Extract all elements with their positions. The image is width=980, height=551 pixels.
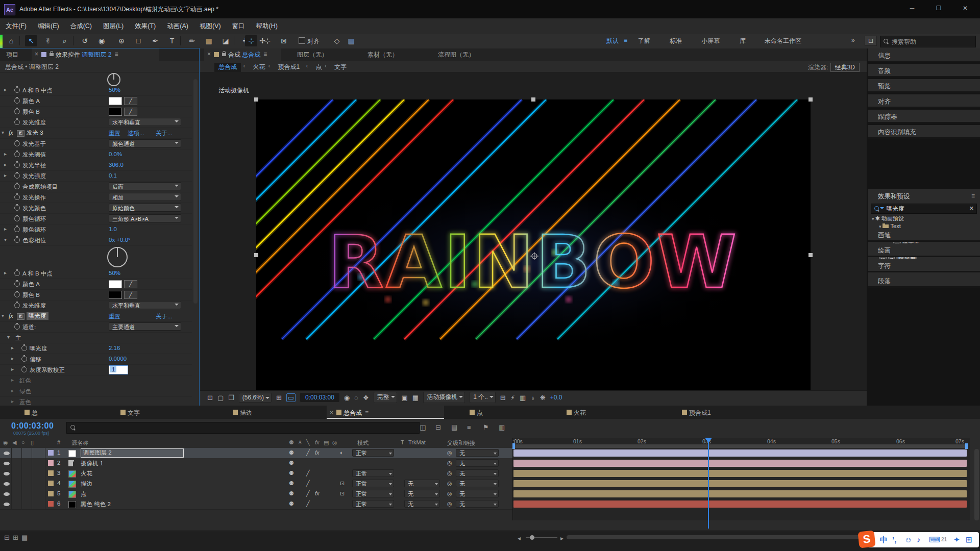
stopwatch-icon[interactable] bbox=[14, 152, 20, 157]
stopwatch-icon[interactable] bbox=[14, 87, 20, 93]
property-value[interactable]: 0.1 bbox=[109, 172, 117, 179]
menu-7[interactable]: 窗口 bbox=[227, 18, 251, 31]
selection-tool[interactable]: ↖ bbox=[25, 35, 37, 46]
eyedropper-icon[interactable]: ╱ bbox=[124, 291, 137, 299]
pan-behind-tool[interactable]: ⊕ bbox=[115, 35, 128, 46]
eye-icon[interactable] bbox=[4, 503, 10, 506]
zoom-tool[interactable]: ⌕ bbox=[59, 35, 71, 46]
parent-select[interactable]: 无 bbox=[456, 449, 499, 457]
twirl-icon[interactable]: ▸ bbox=[4, 172, 7, 178]
color-swatch[interactable] bbox=[109, 108, 122, 116]
eyedropper-icon[interactable]: ╱ bbox=[124, 280, 137, 288]
panel-strip-跟踪器[interactable]: 跟踪器 bbox=[868, 110, 980, 123]
trkmat-select[interactable]: 无 bbox=[404, 490, 440, 497]
magnification-select[interactable]: (56.6%) bbox=[239, 393, 272, 403]
clone-stamp-tool[interactable]: ▦ bbox=[203, 35, 215, 46]
shy-icon[interactable]: ⚉ bbox=[289, 470, 294, 477]
twirl-icon[interactable]: ▸ bbox=[11, 377, 14, 383]
shy-icon[interactable]: ⚉ bbox=[289, 449, 294, 456]
panel-strip-预览[interactable]: 预览 bbox=[868, 79, 980, 93]
layer-row-调整图层 2[interactable]: 1调整图层 2⚉╱fx◐正常◎无 bbox=[0, 448, 512, 459]
motion-blur-icon[interactable]: ⚑ bbox=[483, 423, 489, 431]
breadcrumb[interactable]: 总合成 • 调整图层 2 bbox=[5, 63, 59, 71]
workspace-3[interactable]: 小屏幕 bbox=[701, 37, 720, 45]
workspace-menu-icon[interactable]: ≡ bbox=[624, 37, 627, 44]
layer-duration-bar[interactable] bbox=[513, 490, 967, 497]
timeline-vertical-scrollbar[interactable] bbox=[974, 449, 979, 520]
blend-mode-select[interactable]: 正常 bbox=[352, 480, 394, 487]
frame-blend-icon[interactable]: ≡ bbox=[467, 423, 471, 431]
timeline-search-box[interactable] bbox=[66, 422, 420, 434]
chinese-mode-icon[interactable]: 中 bbox=[880, 535, 888, 545]
menu-grid-icon[interactable]: ⊞ bbox=[966, 535, 972, 544]
snap-checkbox[interactable] bbox=[299, 37, 305, 44]
fast-preview-icon[interactable]: ⚡ bbox=[510, 394, 515, 402]
menu-6[interactable]: 视图(V) bbox=[194, 18, 227, 31]
property-dropdown[interactable]: 水平和垂直 bbox=[109, 118, 181, 126]
stopwatch-icon[interactable] bbox=[14, 205, 20, 211]
layer-name[interactable]: 调整图层 2 bbox=[81, 448, 184, 458]
twirl-icon[interactable]: ▸ bbox=[11, 366, 14, 372]
panel-menu-icon[interactable]: ≡ bbox=[971, 192, 975, 199]
shy-icon[interactable]: ⚉ bbox=[289, 480, 294, 487]
twirl-icon[interactable]: ▸ bbox=[4, 226, 7, 232]
twirl-icon[interactable]: ▾ bbox=[2, 313, 4, 318]
color-management-icon[interactable]: ❖ bbox=[363, 394, 369, 402]
stopwatch-icon[interactable] bbox=[14, 270, 20, 276]
layer-row-描边[interactable]: 4描边⚉╱⊡正常无◎无 bbox=[0, 479, 512, 489]
composition-canvas[interactable]: RAINBOWRAINBOW bbox=[256, 99, 811, 390]
quality-icon[interactable]: ╱ bbox=[306, 480, 310, 487]
property-dropdown[interactable]: 主要通道 bbox=[109, 322, 181, 331]
stopwatch-icon[interactable] bbox=[14, 184, 20, 189]
menu-4[interactable]: 效果(T) bbox=[129, 18, 161, 31]
eye-icon[interactable] bbox=[4, 472, 10, 475]
panel-strip-段落[interactable]: 段落 bbox=[868, 274, 980, 288]
local-axis-icon[interactable]: ⊹ bbox=[245, 35, 257, 46]
timeline-zoom-out-icon[interactable]: ◂ bbox=[518, 535, 521, 542]
column-parent[interactable]: 父级和链接 bbox=[447, 439, 475, 447]
shy-icon[interactable]: ⚉ bbox=[289, 490, 294, 497]
property-value[interactable]: 0.0000 bbox=[109, 356, 127, 362]
view-select[interactable]: 活动摄像机 bbox=[423, 392, 465, 403]
blend-mode-select[interactable]: 正常 bbox=[352, 469, 394, 477]
label-color-icon[interactable] bbox=[48, 450, 54, 456]
playhead-handle[interactable] bbox=[705, 438, 712, 443]
renderer-value[interactable]: 经典3D bbox=[830, 63, 860, 72]
label-color-icon[interactable] bbox=[48, 491, 54, 496]
parent-pickwhip-icon[interactable]: ◎ bbox=[447, 470, 452, 477]
stopwatch-icon[interactable] bbox=[14, 216, 20, 221]
work-area-end-handle[interactable] bbox=[965, 443, 968, 449]
close-tab-icon[interactable]: × bbox=[32, 48, 39, 58]
view-axis-icon[interactable]: ⊠ bbox=[278, 35, 290, 46]
tab-footage[interactable]: 素材（无） bbox=[368, 51, 398, 59]
parent-pickwhip-icon[interactable]: ◎ bbox=[447, 490, 452, 497]
panel-strip-字符[interactable]: 字符 bbox=[868, 259, 980, 272]
angle-dial[interactable] bbox=[107, 247, 128, 267]
color-swatch[interactable] bbox=[109, 97, 122, 105]
emoji-icon[interactable]: ☺ bbox=[904, 535, 912, 544]
tab-project[interactable]: 项目 bbox=[6, 51, 18, 59]
panel-strip-绘画[interactable]: 绘画 bbox=[868, 243, 980, 257]
help-search-box[interactable]: 搜索帮助 bbox=[880, 36, 976, 47]
shy-icon[interactable]: ⚉ bbox=[289, 500, 294, 507]
rotation-tool[interactable]: ↺ bbox=[79, 35, 91, 46]
layer-duration-bar[interactable] bbox=[513, 449, 967, 457]
layer-handle[interactable] bbox=[254, 97, 258, 102]
property-value[interactable]: 0.0% bbox=[109, 151, 122, 157]
safe-zones-icon[interactable]: ⊞ bbox=[276, 394, 282, 402]
close-tab-icon[interactable]: × bbox=[204, 48, 212, 58]
close-tab-icon[interactable]: × bbox=[327, 407, 334, 416]
property-dropdown[interactable]: 三角形 A>B>A bbox=[109, 214, 181, 222]
menu-0[interactable]: 文件(F) bbox=[0, 18, 32, 31]
workspace-5[interactable]: 未命名工作区 bbox=[765, 37, 801, 45]
layer-handle[interactable] bbox=[254, 253, 258, 257]
effects-search-box[interactable]: 曝光度 ✕ bbox=[871, 204, 977, 214]
shy-icon[interactable]: ⚉ bbox=[289, 460, 294, 466]
menu-3[interactable]: 图层(L) bbox=[97, 18, 129, 31]
effect-link-2[interactable]: 关于... bbox=[156, 130, 173, 137]
comp-mini-icon[interactable]: ⊞ bbox=[13, 534, 18, 541]
current-timecode[interactable]: 0:00:03:00 bbox=[11, 421, 54, 431]
eye-icon[interactable] bbox=[4, 492, 10, 496]
composition-mini-flowchart-icon[interactable]: ◫ bbox=[420, 423, 426, 431]
panel-strip-音频[interactable]: 音频 bbox=[868, 64, 980, 78]
